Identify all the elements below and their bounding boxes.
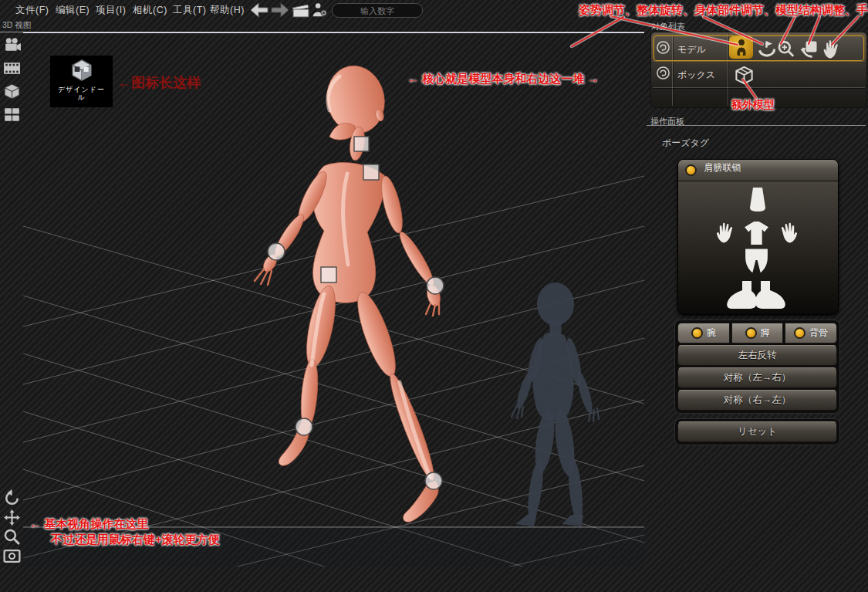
reset-button[interactable]: リセット	[677, 421, 837, 442]
film-strip-icon[interactable]	[2, 59, 22, 78]
desktop-icon-label-line1: デザインドー	[50, 86, 113, 93]
arm-toggle-dot	[691, 327, 703, 339]
forward-arrow-icon[interactable]	[270, 2, 290, 19]
pose-group-label: 肩膀联锁	[704, 162, 741, 173]
pose-figure-icon[interactable]	[731, 38, 751, 58]
symmetry-button-group: 腕 脚 背骨 左右反转 对称（左→右） 对称（右→左）	[674, 320, 840, 414]
handle-chest	[363, 164, 379, 180]
number-input[interactable]	[332, 3, 423, 18]
magnify-part-icon[interactable]	[776, 39, 796, 59]
spine-toggle-dot	[794, 327, 806, 339]
person-gear-icon[interactable]	[309, 2, 329, 19]
pose-group-header[interactable]: 肩膀联锁	[678, 160, 838, 181]
arm-toggle-label: 腕	[707, 326, 716, 340]
clapperboard-icon[interactable]	[291, 2, 311, 19]
cube-view-icon[interactable]	[2, 82, 22, 101]
mirror-r2l-button[interactable]: 对称（右→左）	[677, 390, 837, 411]
sync-icon[interactable]	[656, 66, 670, 80]
object-list-row-divider	[653, 61, 865, 62]
menu-tools[interactable]: 工具(T)	[173, 4, 206, 17]
desktop-icon-image: デザインドー ル	[50, 56, 113, 107]
object-list-row-divider	[653, 87, 865, 88]
designdoll-cube-icon	[69, 58, 95, 83]
part-toggle-arm[interactable]: 腕	[677, 323, 730, 343]
feet-boots-sprite[interactable]	[725, 280, 787, 310]
object-row-box-label[interactable]: ボックス	[677, 69, 715, 82]
part-toggle-row: 腕 脚 背骨	[677, 323, 837, 343]
structure-adjust-icon[interactable]	[798, 39, 819, 60]
desktop-icon-label-line2: ル	[50, 93, 113, 101]
silhouette-model[interactable]	[512, 282, 599, 526]
floor-front-band	[23, 527, 644, 567]
reset-button-group: リセット	[674, 418, 840, 445]
handle-front-ankle	[296, 418, 312, 435]
object-list-panel: モデル ボックス	[650, 32, 867, 108]
view-tab-label: 3D 视图	[2, 20, 31, 31]
frame-view-icon[interactable]	[2, 546, 22, 566]
extra-model-cube-icon[interactable]	[734, 65, 755, 86]
sync-icon[interactable]	[656, 40, 670, 55]
back-arrow-icon[interactable]	[249, 2, 269, 19]
menu-camera[interactable]: 相机(C)	[133, 4, 167, 17]
spine-toggle-label: 背骨	[809, 326, 828, 340]
menu-help[interactable]: 帮助(H)	[210, 4, 245, 17]
operation-panel-rule	[647, 125, 866, 126]
torso-shirt-sprite[interactable]	[742, 220, 771, 247]
handle-back-ankle	[425, 472, 442, 489]
left-hand-sprite[interactable]	[714, 219, 738, 245]
menu-bar: 文件(F) 编辑(E) 项目(I) 相机(C) 工具(T) 帮助(H)	[0, 0, 868, 20]
pan-view-icon[interactable]	[2, 508, 22, 527]
object-row-model-label[interactable]: モデル	[677, 43, 706, 56]
pelvis-shorts-sprite[interactable]	[742, 249, 771, 276]
leg-toggle-dot	[745, 327, 757, 339]
rotate-whole-icon[interactable]	[756, 39, 778, 60]
handle-pelvis	[321, 267, 336, 282]
object-list-title: 对象列表	[651, 21, 685, 32]
handle-left-wrist	[268, 243, 285, 260]
part-toggle-leg[interactable]: 脚	[731, 323, 784, 343]
menu-project[interactable]: 项目(I)	[96, 4, 126, 17]
quad-view-icon[interactable]	[2, 105, 22, 124]
part-toggle-spine[interactable]: 背骨	[785, 323, 837, 343]
right-hand-sprite[interactable]	[776, 219, 800, 245]
movie-camera-icon[interactable]	[2, 36, 22, 55]
menu-file[interactable]: 文件(F)	[15, 4, 49, 17]
pose-group-dot	[685, 164, 697, 176]
leg-toggle-label: 脚	[761, 326, 770, 340]
menu-edit[interactable]: 编辑(E)	[56, 4, 90, 17]
scene-canvas	[23, 33, 644, 567]
handle-neck	[354, 137, 369, 151]
rotate-view-icon[interactable]	[2, 489, 22, 508]
hand-icon[interactable]	[821, 38, 843, 59]
flip-lr-button[interactable]: 左右反转	[677, 345, 837, 366]
mirror-l2r-button[interactable]: 对称（左→右）	[677, 367, 837, 388]
neck-bust-sprite[interactable]	[745, 188, 771, 212]
zoom-view-icon[interactable]	[2, 527, 22, 546]
pose-tag-panel: 肩膀联锁	[677, 159, 839, 315]
viewport-3d[interactable]: デザインドー ル	[23, 32, 644, 567]
pose-tag-title: ポーズタグ	[662, 137, 709, 150]
handle-right-wrist	[427, 277, 444, 294]
